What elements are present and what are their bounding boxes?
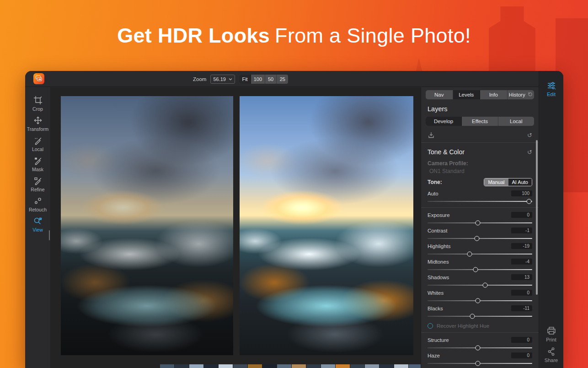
photo-before[interactable]	[61, 96, 233, 355]
filmstrip-thumbnail[interactable]	[248, 364, 262, 368]
blacks-slider: Blacks -11	[428, 305, 532, 317]
filmstrip-thumbnail[interactable]	[350, 364, 364, 368]
filmstrip-thumbnail[interactable]	[365, 364, 379, 368]
mask-icon	[33, 156, 43, 165]
mode-tab-develop[interactable]: Develop	[426, 117, 462, 126]
zoom-preset-100[interactable]: 100	[251, 75, 265, 84]
edit-module-button[interactable]: Edit	[539, 81, 563, 97]
haze-value-field[interactable]: 0	[511, 352, 532, 358]
zoom-preset-50[interactable]: 50	[265, 75, 277, 84]
structure-value-field[interactable]: 0	[511, 337, 532, 343]
tool-refine[interactable]: Refine	[25, 176, 50, 192]
camera-profile-value[interactable]: ON1 Standard	[429, 168, 532, 174]
filmstrip-thumbnail[interactable]	[306, 364, 321, 368]
chevron-down-icon	[229, 78, 232, 81]
auto-value-field[interactable]: 100	[511, 190, 532, 196]
zoom-value-dropdown[interactable]: 56.19	[210, 75, 235, 84]
auto-handle[interactable]	[527, 199, 532, 204]
tone-mode-manual[interactable]: Manual	[484, 179, 508, 186]
filmstrip-thumbnail[interactable]	[292, 364, 306, 368]
reset-develop-button[interactable]: ↺	[527, 132, 532, 139]
contrast-handle[interactable]	[474, 236, 479, 241]
photo-after[interactable]	[240, 96, 413, 355]
filmstrip-thumbnail[interactable]	[380, 364, 394, 368]
transform-icon	[33, 116, 43, 125]
reset-tone-color-button[interactable]: ↺	[527, 149, 532, 156]
filmstrip-thumbnail[interactable]	[204, 364, 218, 368]
tool-retouch[interactable]: Retouch	[25, 196, 50, 212]
haze-handle[interactable]	[475, 361, 480, 366]
auto-slider: Auto 100	[428, 190, 532, 202]
recover-highlight-hue-checkbox[interactable]	[428, 323, 433, 329]
panel-scrollbar[interactable]	[536, 140, 538, 295]
midtones-handle[interactable]	[473, 267, 478, 272]
auto-track[interactable]	[428, 201, 532, 202]
haze-track[interactable]	[428, 363, 532, 364]
tool-crop[interactable]: Crop	[25, 96, 50, 112]
photo-stack-icon	[37, 77, 42, 81]
whites-track[interactable]	[428, 300, 532, 301]
shadows-value-field[interactable]: 13	[511, 274, 532, 280]
tab-levels[interactable]: Levels	[453, 90, 481, 99]
view-icon	[33, 216, 43, 226]
shadows-handle[interactable]	[482, 283, 487, 288]
blacks-handle[interactable]	[470, 314, 475, 319]
tool-mask[interactable]: Mask	[25, 156, 50, 172]
exposure-label: Exposure	[428, 212, 450, 218]
blacks-track[interactable]	[428, 316, 532, 317]
canvas	[50, 87, 421, 368]
zoom-preset-25[interactable]: 25	[277, 75, 288, 84]
whites-handle[interactable]	[475, 298, 480, 303]
zoom-preset-fit[interactable]: Fit	[239, 75, 251, 84]
tool-transform-label: Transform	[27, 126, 48, 132]
midtones-value-field[interactable]: -4	[511, 259, 532, 265]
filmstrip[interactable]	[160, 364, 423, 368]
print-module-button[interactable]: Print	[539, 326, 563, 342]
tool-transform[interactable]: Transform	[25, 116, 50, 132]
highlights-handle[interactable]	[467, 252, 472, 257]
filmstrip-thumbnail[interactable]	[277, 364, 291, 368]
filmstrip-thumbnail[interactable]	[160, 364, 174, 368]
exposure-handle[interactable]	[475, 221, 480, 226]
contrast-track[interactable]	[428, 238, 532, 239]
exposure-value-field[interactable]: 0	[511, 212, 532, 218]
filmstrip-thumbnail[interactable]	[394, 364, 408, 368]
tool-local[interactable]: Local	[25, 136, 50, 152]
whites-value-field[interactable]: 0	[511, 290, 532, 296]
contrast-value-field[interactable]: -1	[511, 227, 532, 233]
import-icon[interactable]	[428, 131, 435, 139]
filmstrip-thumbnail[interactable]	[262, 364, 277, 368]
mode-tab-effects[interactable]: Effects	[462, 117, 498, 126]
blacks-value-field[interactable]: -11	[511, 305, 532, 311]
highlights-value-field[interactable]: -19	[511, 243, 532, 249]
tab-history[interactable]: History	[508, 90, 535, 99]
shadows-track[interactable]	[428, 285, 532, 286]
filmstrip-thumbnail[interactable]	[233, 364, 247, 368]
filmstrip-thumbnail[interactable]	[219, 364, 233, 368]
tool-refine-label: Refine	[31, 187, 44, 192]
tool-view[interactable]: View	[25, 216, 50, 233]
structure-track[interactable]	[428, 347, 532, 348]
tool-sidebar-scrollbar[interactable]	[49, 230, 50, 240]
develop-icon-row: ↺	[426, 128, 534, 142]
mode-tab-local[interactable]: Local	[498, 117, 534, 126]
tab-nav[interactable]: Nav	[426, 90, 453, 99]
structure-handle[interactable]	[475, 346, 480, 351]
midtones-track[interactable]	[428, 269, 532, 270]
filmstrip-thumbnail[interactable]	[189, 364, 203, 368]
tone-mode-row: Tone: ManualAI Auto	[428, 178, 532, 186]
share-module-button[interactable]: Share	[539, 347, 563, 363]
tab-info[interactable]: Info	[480, 90, 508, 99]
structure-slider: Structure 0	[428, 337, 532, 348]
highlights-slider: Highlights -19	[428, 243, 532, 254]
tone-mode-toggle: ManualAI Auto	[484, 178, 532, 186]
highlights-track[interactable]	[428, 254, 532, 254]
tone-mode-ai-auto[interactable]: AI Auto	[508, 179, 532, 186]
filmstrip-thumbnail[interactable]	[321, 364, 335, 368]
haze-slider: Haze 0	[428, 352, 532, 364]
filmstrip-thumbnail[interactable]	[336, 364, 350, 368]
whites-slider: Whites 0	[428, 290, 532, 301]
right-panel: NavLevelsInfoHistory Layers DevelopEffec…	[421, 87, 539, 368]
filmstrip-thumbnail[interactable]	[175, 364, 189, 368]
exposure-track[interactable]	[428, 222, 532, 223]
